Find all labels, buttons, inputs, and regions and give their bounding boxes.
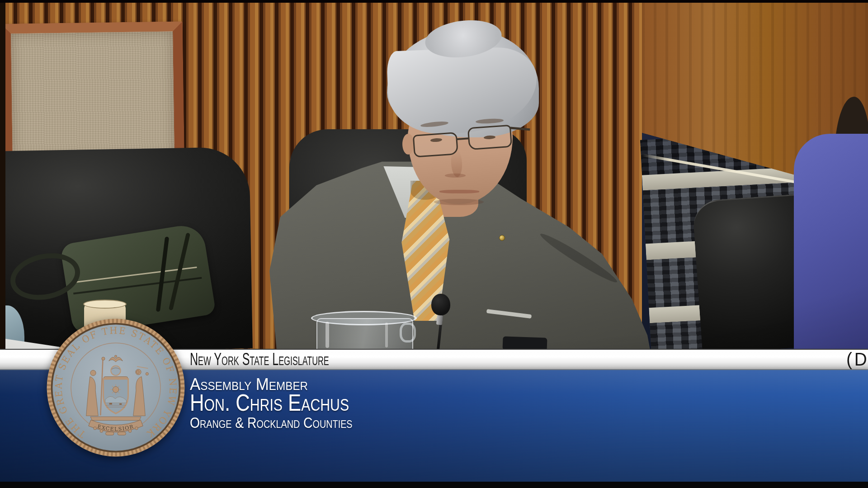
lapel-pin	[499, 235, 505, 241]
party-district-text: (D) 99th A.D.	[846, 350, 868, 369]
pitcher-highlight	[326, 322, 329, 348]
glasses-bridge	[456, 137, 469, 140]
pitcher-handle	[400, 323, 416, 343]
seal-bead	[118, 432, 126, 435]
liberty-cap	[102, 357, 105, 360]
mouth	[439, 190, 479, 193]
member-name-text: Hon. Chris Eachus	[190, 390, 349, 415]
shield-ship	[119, 404, 122, 405]
seal-dot	[135, 427, 138, 430]
shield-sun	[113, 386, 118, 392]
eagle-head	[114, 355, 117, 357]
glasses-left-lens	[413, 132, 458, 158]
video-frame: New York State Legislature (D) 99th A.D.…	[0, 0, 868, 488]
eyeglass-case	[503, 336, 547, 350]
water-pitcher	[316, 318, 413, 350]
bottom-letterbox-bar	[0, 482, 868, 488]
left-frame-edge	[0, 0, 5, 350]
glasses-right-lens	[467, 125, 512, 150]
pitcher-highlight	[385, 323, 388, 347]
chin-shadow	[434, 199, 484, 205]
ny-state-seal: THE GREAT SEAL OF THE STATE OF NEW YORK	[47, 319, 185, 457]
justice-scale-pan	[137, 371, 139, 373]
liberty-head	[90, 370, 96, 375]
legislature-title-text: New York State Legislature	[190, 350, 329, 369]
seal-dot	[94, 427, 97, 430]
microphone-foam	[431, 294, 450, 315]
hearing-room-scene	[0, 0, 868, 350]
seal-bead	[106, 432, 114, 435]
shield-ship	[109, 403, 112, 405]
top-letterbox-bar	[0, 0, 868, 3]
seal-platform	[90, 417, 141, 420]
glasses-temple-arm	[510, 127, 530, 131]
seal-globe	[111, 366, 120, 375]
microphone-band	[436, 314, 443, 325]
justice-scale-pan	[146, 372, 148, 375]
nose-base	[445, 174, 466, 178]
member-district-text: Orange & Rockland Counties	[190, 415, 353, 431]
